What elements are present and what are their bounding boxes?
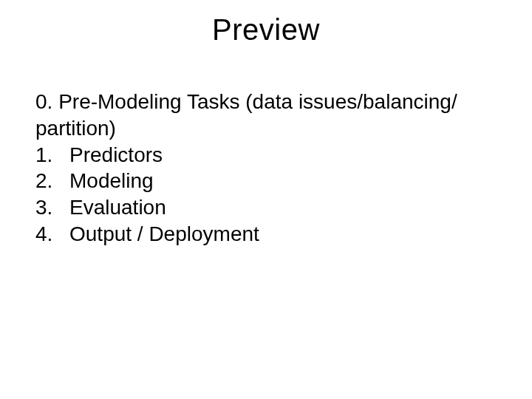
slide: Preview 0. Pre-Modeling Tasks (data issu…	[0, 0, 532, 399]
list-item: 4. Output / Deployment	[35, 221, 497, 248]
lead-paragraph: 0. Pre-Modeling Tasks (data issues/balan…	[35, 89, 497, 142]
list-text: Evaluation	[69, 194, 166, 221]
list-text: Predictors	[69, 142, 163, 168]
list-item: 3. Evaluation	[35, 194, 497, 221]
numbered-list: 1. Predictors 2. Modeling 3. Evaluation …	[35, 142, 497, 248]
list-number: 2.	[35, 168, 69, 194]
list-item: 2. Modeling	[35, 168, 497, 194]
slide-body: 0. Pre-Modeling Tasks (data issues/balan…	[35, 89, 497, 248]
list-number: 1.	[35, 142, 69, 168]
slide-title: Preview	[0, 13, 532, 47]
list-text: Modeling	[69, 168, 154, 194]
list-item: 1. Predictors	[35, 142, 497, 168]
list-number: 3.	[35, 194, 69, 221]
list-number: 4.	[35, 221, 69, 248]
list-text: Output / Deployment	[69, 221, 259, 248]
